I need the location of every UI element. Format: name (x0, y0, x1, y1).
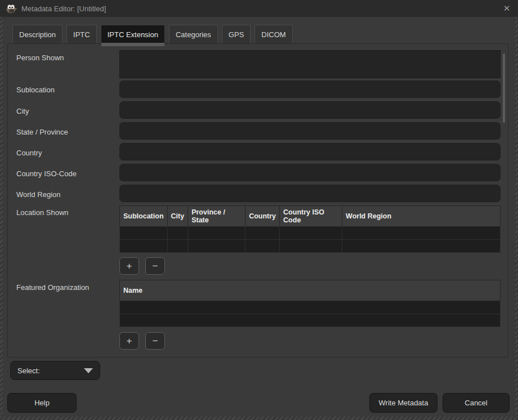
organization-remove-button[interactable]: − (145, 332, 165, 350)
tab-label: IPTC Extension (108, 30, 158, 39)
table-cell[interactable] (280, 227, 342, 240)
location-remove-button[interactable]: − (145, 257, 165, 275)
column-header[interactable]: Country (245, 206, 280, 227)
cancel-button[interactable]: Cancel (443, 393, 510, 413)
window-resize-edge-bottom[interactable] (0, 417, 518, 420)
table-cell[interactable] (120, 240, 168, 253)
column-header[interactable]: World Region (342, 206, 501, 227)
close-icon[interactable]: ✕ (500, 2, 513, 15)
tab-iptc-extension[interactable]: IPTC Extension (101, 25, 165, 43)
table-cell[interactable] (280, 240, 342, 253)
table-header-row: Name (120, 280, 501, 301)
vertical-scrollbar[interactable] (503, 53, 505, 123)
table-cell[interactable] (120, 301, 501, 314)
location-shown-table: Sublocation City Province / State Countr… (119, 205, 501, 253)
window-title: Metadata Editor: [Untitled] (21, 5, 106, 13)
help-button[interactable]: Help (7, 393, 77, 413)
table-cell[interactable] (167, 240, 188, 253)
tab-label: IPTC (73, 30, 90, 39)
country-iso-code-input[interactable] (119, 164, 501, 181)
tab-gps[interactable]: GPS (222, 25, 251, 43)
tab-label: GPS (229, 30, 244, 39)
column-header[interactable]: City (167, 206, 188, 227)
table-row[interactable] (120, 301, 501, 314)
sublocation-input[interactable] (119, 81, 501, 98)
table-cell[interactable] (342, 227, 501, 240)
featured-organization-table: Name (119, 280, 501, 327)
world-region-label: World Region (16, 190, 61, 199)
tab-label: Categories (176, 30, 211, 39)
tab-dicom[interactable]: DICOM (254, 25, 292, 43)
city-input[interactable] (119, 101, 501, 119)
column-header[interactable]: Name (120, 280, 501, 301)
chevron-down-icon (84, 368, 93, 373)
table-row[interactable] (120, 227, 501, 240)
column-header[interactable]: Province / State (188, 206, 245, 227)
world-region-input[interactable] (119, 185, 501, 202)
title-bar: Metadata Editor: [Untitled] ✕ (0, 0, 518, 17)
table-cell[interactable] (342, 240, 501, 253)
table-row[interactable] (120, 314, 501, 327)
column-header[interactable]: Sublocation (120, 206, 168, 227)
table-cell[interactable] (120, 227, 168, 240)
tab-iptc[interactable]: IPTC (66, 25, 97, 43)
sublocation-label: Sublocation (16, 86, 55, 94)
window-resize-edge-right[interactable] (515, 17, 518, 417)
table-cell[interactable] (245, 227, 280, 240)
tab-description[interactable]: Description (12, 25, 62, 43)
select-dropdown-label: Select: (17, 367, 84, 375)
featured-organization-label: Featured Organization (16, 283, 89, 292)
table-cell[interactable] (245, 240, 280, 253)
country-input[interactable] (119, 143, 501, 160)
table-cell[interactable] (120, 314, 501, 327)
tab-categories[interactable]: Categories (169, 25, 218, 43)
column-header[interactable]: Country ISO Code (280, 206, 342, 227)
gimp-wilber-icon (6, 4, 17, 14)
tab-label: Description (19, 30, 56, 39)
tab-bar: Description IPTC IPTC Extension Categori… (12, 25, 293, 43)
country-iso-code-label: Country ISO-Code (16, 169, 77, 178)
table-cell[interactable] (188, 227, 245, 240)
country-label: Country (16, 149, 42, 157)
state-province-label: State / Province (16, 128, 68, 136)
person-shown-label: Person Shown (16, 53, 64, 62)
table-cell[interactable] (188, 240, 245, 253)
state-province-input[interactable] (119, 122, 501, 140)
window-resize-edge-left[interactable] (0, 17, 3, 417)
table-header-row: Sublocation City Province / State Countr… (120, 206, 501, 227)
tab-label: DICOM (261, 30, 285, 39)
metadata-editor-dialog: Metadata Editor: [Untitled] ✕ Descriptio… (0, 0, 518, 420)
table-cell[interactable] (167, 227, 188, 240)
select-dropdown[interactable]: Select: (10, 361, 100, 380)
location-shown-label: Location Shown (16, 208, 69, 217)
active-tab-indicator (101, 43, 164, 46)
write-metadata-button[interactable]: Write Metadata (369, 393, 437, 413)
city-label: City (16, 107, 29, 115)
table-row[interactable] (120, 240, 501, 253)
organization-add-button[interactable]: + (119, 332, 139, 350)
location-add-button[interactable]: + (119, 257, 139, 275)
person-shown-input[interactable] (119, 50, 501, 78)
